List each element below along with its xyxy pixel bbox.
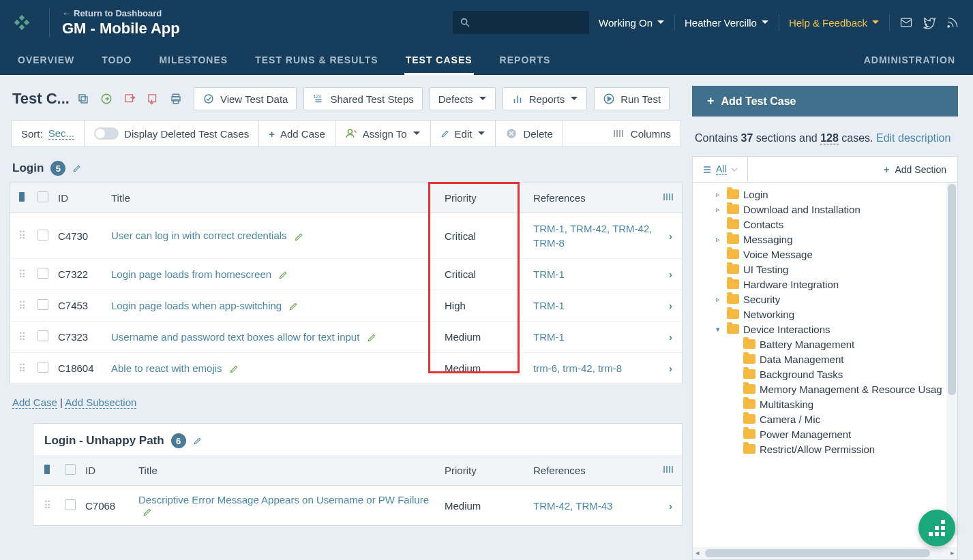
- tree-toggle-icon[interactable]: ▹: [716, 235, 723, 244]
- help-feedback-menu[interactable]: Help & Feedback: [789, 17, 880, 29]
- tree-item[interactable]: UI Testing: [693, 262, 957, 277]
- rss-icon[interactable]: [946, 16, 959, 29]
- user-menu[interactable]: Heather Vercillo: [685, 17, 769, 29]
- tree-item[interactable]: ▹ Login: [693, 187, 957, 202]
- import-icon[interactable]: [97, 89, 116, 108]
- row-references[interactable]: TRM-1, TRM-42, TRM-42, TRM-8: [529, 213, 659, 258]
- tree-item[interactable]: Voice Message: [693, 247, 957, 262]
- display-deleted-toggle[interactable]: Display Deleted Test Cases: [85, 121, 259, 146]
- column-checkbox[interactable]: [61, 456, 81, 485]
- nav-todo[interactable]: TODO: [100, 46, 133, 75]
- drag-handle[interactable]: ⠿: [10, 354, 33, 383]
- edit-dropdown[interactable]: Edit: [431, 121, 496, 146]
- row-expand[interactable]: ›: [659, 323, 682, 351]
- row-title-link[interactable]: Descriptive Error Message Appears on Use…: [138, 494, 429, 505]
- column-references[interactable]: References: [529, 184, 659, 212]
- tree-item[interactable]: Camera / Mic: [693, 411, 957, 426]
- column-select-all[interactable]: [10, 183, 33, 213]
- nav-milestones[interactable]: MILESTONES: [158, 46, 229, 75]
- column-id[interactable]: ID: [81, 456, 134, 484]
- delete-button[interactable]: Delete: [496, 121, 563, 146]
- nav-test-cases[interactable]: TEST CASES: [404, 46, 474, 75]
- row-checkbox[interactable]: [33, 221, 54, 251]
- row-checkbox[interactable]: [33, 260, 54, 289]
- row-expand[interactable]: ›: [659, 354, 682, 382]
- tree-item[interactable]: Networking: [693, 307, 957, 322]
- floating-action-button[interactable]: [918, 510, 955, 546]
- row-references[interactable]: TRM-42, TRM-43: [529, 491, 659, 521]
- tree-item[interactable]: Background Tasks: [693, 367, 957, 382]
- tree-item[interactable]: ▹ Security: [693, 292, 957, 307]
- nav-test-runs[interactable]: TEST RUNS & RESULTS: [254, 46, 380, 75]
- nav-overview[interactable]: OVERVIEW: [16, 46, 76, 75]
- column-settings[interactable]: [659, 184, 682, 212]
- add-case-link[interactable]: Add Case: [12, 396, 57, 409]
- sort-control[interactable]: Sort: Sec...: [12, 121, 85, 146]
- add-case-button[interactable]: + Add Case: [259, 121, 335, 146]
- row-references[interactable]: TRM-1: [529, 259, 659, 290]
- export-icon[interactable]: [120, 89, 139, 108]
- edit-row-icon[interactable]: [229, 364, 239, 374]
- shared-test-steps-button[interactable]: 123 Shared Test Steps: [303, 87, 422, 110]
- table-row[interactable]: ⠿ C7323 Username and password text boxes…: [10, 322, 682, 353]
- defects-dropdown[interactable]: Defects: [430, 87, 496, 110]
- mail-icon[interactable]: [899, 16, 913, 29]
- row-expand[interactable]: ›: [659, 260, 682, 288]
- tree-toggle-icon[interactable]: ▹: [716, 295, 723, 304]
- tree-item[interactable]: ▾ Device Interactions: [693, 322, 957, 337]
- column-priority[interactable]: Priority: [440, 456, 529, 484]
- tree-item[interactable]: Memory Management & Resource Usag: [693, 382, 957, 396]
- tree-item[interactable]: Data Management: [693, 352, 957, 367]
- row-title-link[interactable]: Username and password text boxes allow f…: [111, 331, 359, 343]
- search-input[interactable]: [453, 11, 589, 34]
- print-icon[interactable]: [166, 89, 185, 108]
- add-subsection-link[interactable]: Add Subsection: [65, 396, 136, 409]
- row-title-link[interactable]: Login page loads from homescreen: [111, 268, 271, 280]
- table-row[interactable]: ⠿ C18604 Able to react with emojis Mediu…: [10, 353, 682, 384]
- row-title-link[interactable]: User can log in with correct credentials: [111, 230, 287, 241]
- drag-handle[interactable]: ⠿: [10, 221, 33, 250]
- table-row[interactable]: ⠿ C7453 Login page loads when app-switch…: [10, 290, 682, 322]
- row-expand[interactable]: ›: [659, 292, 682, 320]
- tree-item[interactable]: Battery Management: [693, 337, 957, 352]
- row-references[interactable]: TRM-1: [529, 322, 659, 352]
- column-references[interactable]: References: [529, 456, 659, 484]
- row-checkbox[interactable]: [33, 322, 54, 352]
- row-title-link[interactable]: Login page loads when app-switching: [111, 300, 282, 311]
- tree-item[interactable]: ▹ Messaging: [693, 232, 957, 247]
- row-references[interactable]: TRM-1: [529, 290, 659, 321]
- column-title[interactable]: Title: [107, 184, 440, 212]
- tree-item[interactable]: Power Management: [693, 426, 957, 441]
- tree-toggle-icon[interactable]: ▾: [716, 325, 723, 334]
- export-alt-icon[interactable]: [143, 89, 162, 108]
- edit-row-icon[interactable]: [278, 270, 288, 280]
- nav-administration[interactable]: ADMINISTRATION: [863, 46, 957, 75]
- edit-description-link[interactable]: Edit description: [876, 132, 950, 144]
- row-expand[interactable]: ›: [659, 492, 682, 520]
- working-on-menu[interactable]: Working On: [599, 17, 665, 29]
- assign-to-dropdown[interactable]: Assign To: [335, 121, 431, 146]
- edit-row-icon[interactable]: [288, 302, 298, 311]
- row-title-link[interactable]: Able to react with emojis: [111, 362, 222, 374]
- edit-row-icon[interactable]: [294, 232, 303, 242]
- row-expand[interactable]: ›: [659, 222, 682, 250]
- table-row[interactable]: ⠿ C4730 User can log in with correct cre…: [10, 213, 682, 259]
- column-checkbox[interactable]: [33, 183, 54, 213]
- edit-subsection-icon[interactable]: [193, 437, 202, 446]
- tree-all-filter[interactable]: All: [693, 157, 748, 182]
- reports-dropdown[interactable]: Reports: [503, 87, 588, 110]
- tree-item[interactable]: Hardware Integration: [693, 277, 957, 292]
- edit-row-icon[interactable]: [143, 508, 152, 517]
- app-logo[interactable]: [8, 9, 35, 36]
- add-test-case-button[interactable]: + Add Test Case: [692, 86, 958, 116]
- horizontal-scrollbar[interactable]: ◂ ▸: [693, 547, 957, 559]
- column-title[interactable]: Title: [134, 456, 440, 484]
- edit-row-icon[interactable]: [367, 333, 376, 343]
- toggle-switch[interactable]: [94, 127, 119, 140]
- row-references[interactable]: trm-6, trm-42, trm-8: [529, 353, 659, 384]
- nav-reports[interactable]: REPORTS: [498, 46, 552, 75]
- view-test-data-button[interactable]: View Test Data: [194, 87, 297, 110]
- drag-handle[interactable]: ⠿: [10, 260, 33, 289]
- twitter-icon[interactable]: [923, 16, 936, 29]
- row-checkbox[interactable]: [33, 354, 54, 383]
